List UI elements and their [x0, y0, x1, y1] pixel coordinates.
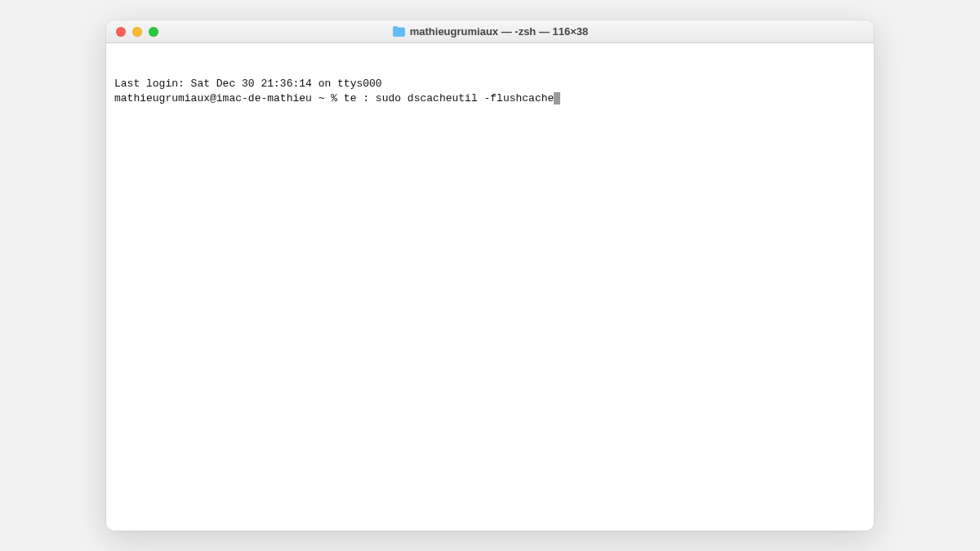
- minimize-icon[interactable]: [132, 27, 142, 37]
- close-icon[interactable]: [116, 27, 126, 37]
- cursor-icon: [554, 92, 560, 104]
- window-controls: [106, 27, 158, 37]
- prompt-line: mathieugrumiaux@imac-de-mathieu ~ % te :…: [114, 91, 866, 106]
- maximize-icon[interactable]: [149, 27, 158, 37]
- command-input[interactable]: te : sudo dscacheutil -flushcache: [344, 92, 554, 104]
- prompt: mathieugrumiaux@imac-de-mathieu ~ %: [114, 92, 344, 104]
- window-title: mathieugrumiaux — -zsh — 116×38: [410, 25, 589, 38]
- last-login-line: Last login: Sat Dec 30 21:36:14 on ttys0…: [114, 77, 866, 91]
- terminal-window: mathieugrumiaux — -zsh — 116×38 Last log…: [106, 20, 874, 531]
- titlebar[interactable]: mathieugrumiaux — -zsh — 116×38: [106, 20, 874, 43]
- window-title-container: mathieugrumiaux — -zsh — 116×38: [106, 25, 874, 38]
- folder-icon: [392, 26, 405, 37]
- terminal-body[interactable]: Last login: Sat Dec 30 21:36:14 on ttys0…: [106, 43, 874, 531]
